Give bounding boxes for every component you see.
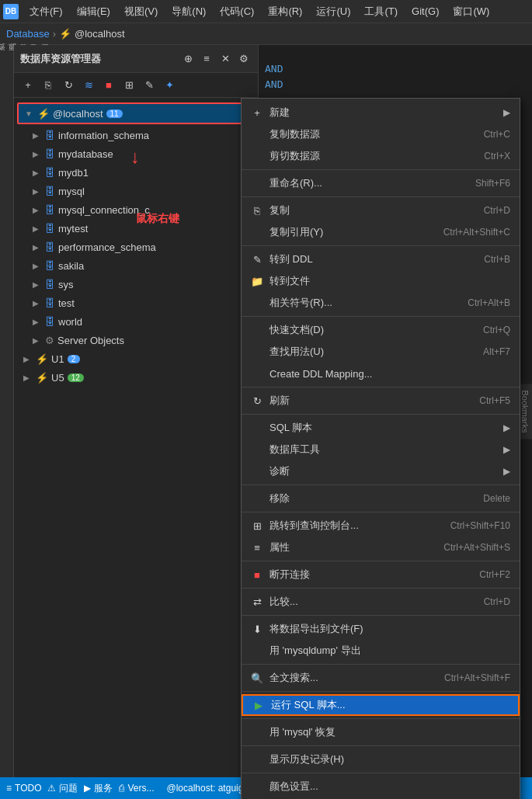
- ctx-sep-10: [242, 588, 520, 589]
- menu-edit[interactable]: 编辑(E): [71, 3, 116, 20]
- connection-item[interactable]: ▼ ⚡ @localhost 11: [19, 104, 253, 123]
- ctx-cut-datasource[interactable]: 剪切数据源 Ctrl+X: [242, 145, 520, 167]
- ctx-copy-ref[interactable]: 复制引用(Y) Ctrl+Alt+Shift+C: [242, 221, 520, 243]
- ctx-sep-14: [242, 718, 520, 719]
- db-icon-8: 🗄: [45, 279, 55, 290]
- ctx-ddl-mapping[interactable]: Create DDL Mapping...: [242, 363, 520, 384]
- ctx-compare-label: 比较...: [269, 595, 298, 609]
- ctx-properties[interactable]: ≡ 属性 Ctrl+Alt+Shift+S: [242, 537, 520, 558]
- toolbar-copy[interactable]: ⎘: [39, 76, 57, 95]
- ctx-sql-script[interactable]: SQL 脚本 ▶: [242, 417, 520, 439]
- ctx-db-tools[interactable]: 数据库工具 ▶: [242, 439, 520, 460]
- db-name-8: sys: [58, 279, 74, 290]
- db-icon-7: 🗄: [45, 260, 55, 272]
- panel-action-add[interactable]: ⊕: [180, 51, 196, 67]
- todo-icon: ≡: [6, 783, 12, 794]
- status-version[interactable]: ⎙ Vers...: [119, 783, 154, 794]
- connection-highlight: ▼ ⚡ @localhost 11: [17, 102, 255, 124]
- panel-action-list[interactable]: ≡: [199, 51, 214, 67]
- ctx-mysql-restore[interactable]: 用 'mysql' 恢复: [242, 721, 520, 743]
- ctx-disconnect[interactable]: ■ 断开连接 Ctrl+F2: [242, 564, 520, 585]
- toolbar-filter[interactable]: ≋: [79, 76, 98, 95]
- ctx-goto-ddl[interactable]: ✎ 转到 DDL Ctrl+B: [242, 248, 520, 270]
- menu-view[interactable]: 视图(V): [118, 3, 164, 20]
- breadcrumb-localhost[interactable]: @localhost: [75, 28, 125, 40]
- ctx-goto-file[interactable]: 📁 转到文件: [242, 270, 520, 292]
- db-item-sakila[interactable]: ▶ 🗄 sakila: [14, 256, 258, 275]
- ctx-sep-8: [242, 512, 520, 512]
- db-item-mysql[interactable]: ▶ 🗄 mysql: [14, 182, 258, 200]
- menu-file[interactable]: 文件(F): [23, 3, 69, 20]
- refresh-icon: ↻: [251, 395, 263, 407]
- menu-tools[interactable]: 工具(T): [358, 3, 404, 20]
- db-item-test[interactable]: ▶ 🗄 test: [14, 294, 258, 312]
- panel-action-split[interactable]: ✕: [217, 51, 233, 67]
- menu-navigate[interactable]: 导航(N): [165, 3, 212, 20]
- ctx-fulltext-search[interactable]: 🔍 全文搜索... Ctrl+Alt+Shift+F: [242, 667, 520, 689]
- status-problems[interactable]: ⚠ 问题: [47, 782, 78, 795]
- ctx-quick-doc[interactable]: 快速文档(D) Ctrl+Q: [242, 319, 520, 341]
- ctx-db-tools-arrow: ▶: [503, 444, 510, 455]
- toolbar-edit[interactable]: ✎: [140, 76, 158, 95]
- db-item-information-schema[interactable]: ▶ 🗄 information_schema: [14, 126, 258, 144]
- ctx-history[interactable]: 显示历史记录(H): [242, 749, 520, 770]
- ctx-new[interactable]: + 新建 ▶: [242, 102, 520, 123]
- ctx-run-sql[interactable]: ▶ 运行 SQL 脚本...: [242, 694, 520, 716]
- db-item-sys[interactable]: ▶ 🗄 sys: [14, 275, 258, 294]
- ctx-refresh-shortcut: Ctrl+F5: [479, 395, 510, 406]
- connection-badge: 11: [106, 109, 123, 118]
- session-name-u1: U1: [51, 353, 64, 365]
- ctx-diag-arrow: ▶: [503, 466, 510, 477]
- db-icon-9: 🗄: [45, 297, 55, 309]
- ctx-find-usage[interactable]: 查找用法(U) Alt+F7: [242, 341, 520, 363]
- session-icon-u5: ⚡: [36, 372, 48, 384]
- session-icon-u1: ⚡: [36, 353, 48, 365]
- status-services[interactable]: ▶ 服务: [84, 782, 113, 795]
- ctx-color-label: 颜色设置...: [269, 780, 318, 794]
- ctx-rename[interactable]: 重命名(R)... Shift+F6: [242, 172, 520, 194]
- session-u1[interactable]: ▶ ⚡ U1 2: [14, 349, 258, 368]
- db-toolbar: + ⎘ ↻ ≋ ■ ⊞ ✎ ✦: [14, 73, 258, 98]
- menu-refactor[interactable]: 重构(R): [262, 3, 308, 20]
- db-icon-4: 🗄: [45, 204, 55, 216]
- menu-run[interactable]: 运行(U): [310, 3, 356, 20]
- menu-window[interactable]: 窗口(W): [447, 3, 495, 20]
- export-icon: ⬇: [251, 624, 263, 635]
- ctx-remove[interactable]: 移除 Delete: [242, 488, 520, 509]
- ctx-copy-ds-shortcut: Ctrl+C: [484, 129, 510, 140]
- ctx-color-settings[interactable]: 颜色设置...: [242, 776, 520, 797]
- panel-action-settings[interactable]: ⚙: [236, 51, 252, 67]
- menu-git[interactable]: Git(G): [405, 4, 445, 19]
- file-icon: 📁: [251, 276, 263, 287]
- ctx-copy-datasource[interactable]: 复制数据源 Ctrl+C: [242, 123, 520, 145]
- toolbar-add[interactable]: +: [19, 76, 37, 95]
- ctx-refresh[interactable]: ↻ 刷新 Ctrl+F5: [242, 390, 520, 412]
- ctx-search-label: 全文搜索...: [269, 671, 318, 685]
- left-sidebar: 数据库资源管理器: [0, 45, 14, 777]
- ctx-sep-3: [242, 245, 520, 246]
- db-item-server-objects[interactable]: ▶ ⚙ Server Objects: [14, 331, 258, 349]
- ctx-query-console[interactable]: ⊞ 跳转到查询控制台... Ctrl+Shift+F10: [242, 515, 520, 537]
- main-area: 数据库资源管理器 数据库资源管理器 ⊕ ≡ ✕ ⚙ + ⎘ ↻ ≋ ■ ⊞ ✎ …: [0, 45, 532, 777]
- ctx-sep-1: [242, 169, 520, 170]
- db-icon-0: 🗄: [45, 130, 55, 141]
- ctx-related-symbol[interactable]: 相关符号(R)... Ctrl+Alt+B: [242, 292, 520, 314]
- toolbar-more[interactable]: ✦: [160, 76, 179, 95]
- ctx-mysqldump[interactable]: 用 'mysqldump' 导出: [242, 640, 520, 662]
- run-sql-icon: ▶: [252, 700, 265, 711]
- ctx-props-shortcut: Ctrl+Alt+Shift+S: [443, 542, 510, 553]
- status-todo[interactable]: ≡ TODO: [6, 783, 41, 794]
- todo-label: TODO: [15, 783, 41, 794]
- ctx-export-file[interactable]: ⬇ 将数据导出到文件(F): [242, 618, 520, 640]
- db-item-world[interactable]: ▶ 🗄 world: [14, 312, 258, 331]
- db-item-performance-schema[interactable]: ▶ 🗄 performance_schema: [14, 238, 258, 256]
- ctx-duplicate[interactable]: ⎘ 复制 Ctrl+D: [242, 200, 520, 221]
- breadcrumb-database[interactable]: Database: [6, 28, 50, 40]
- toolbar-stop[interactable]: ■: [99, 76, 118, 95]
- toolbar-grid[interactable]: ⊞: [120, 76, 138, 95]
- menu-code[interactable]: 代码(C): [214, 3, 260, 20]
- toolbar-refresh[interactable]: ↻: [59, 76, 78, 95]
- ctx-compare[interactable]: ⇄ 比较... Ctrl+D: [242, 591, 520, 613]
- session-u5[interactable]: ▶ ⚡ U5 12: [14, 368, 258, 387]
- ctx-diagnostics[interactable]: 诊断 ▶: [242, 460, 520, 482]
